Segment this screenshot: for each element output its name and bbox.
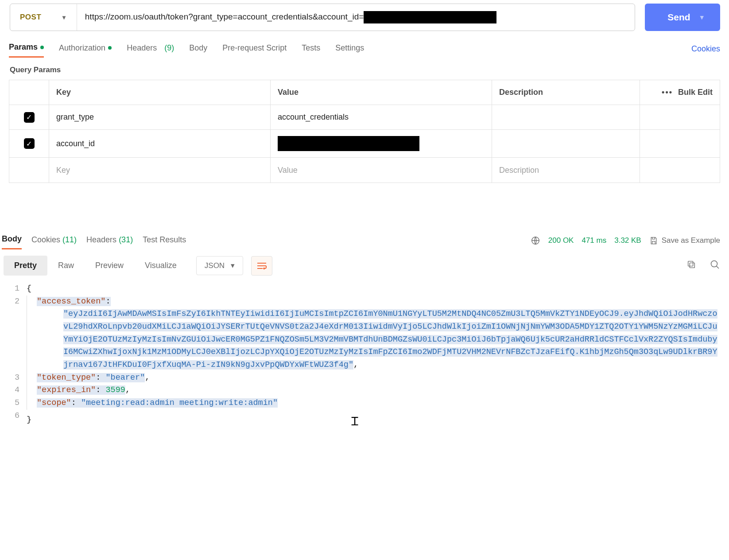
table-header-row: Key Value Description ••• Bulk Edit xyxy=(9,80,720,105)
cookies-link[interactable]: Cookies xyxy=(691,44,720,54)
url-box: POST ▾ https://zoom.us/oauth/token?grant… xyxy=(10,4,635,31)
response-meta-right: 200 OK 471 ms 3.32 KB Save as Example xyxy=(531,236,720,245)
tab-body[interactable]: Body xyxy=(189,41,207,57)
view-tab-raw[interactable]: Raw xyxy=(47,256,85,276)
response-tab-body[interactable]: Body xyxy=(2,232,22,249)
header-description: Description xyxy=(492,80,640,105)
wrap-lines-button[interactable] xyxy=(251,256,272,276)
param-desc-cell[interactable] xyxy=(492,105,640,129)
text-cursor-icon: Ꮖ xyxy=(351,413,359,431)
format-select-label: JSON xyxy=(205,261,225,270)
response-view-toolbar: Pretty Raw Preview Visualize JSON ▾ xyxy=(0,249,729,276)
response-time: 471 ms xyxy=(582,236,606,245)
tab-label: Body xyxy=(189,43,207,53)
line-number: 2 xyxy=(6,296,27,308)
line-number: 5 xyxy=(6,397,27,410)
header-actions: ••• Bulk Edit xyxy=(640,80,720,105)
network-icon[interactable] xyxy=(531,236,540,245)
query-params-table: Key Value Description ••• Bulk Edit ✓ gr… xyxy=(9,80,720,183)
tab-label: Pre-request Script xyxy=(222,43,287,53)
tab-authorization[interactable]: Authorization xyxy=(59,41,112,57)
json-key: "scope" xyxy=(37,398,71,408)
param-key-cell[interactable]: grant_type xyxy=(49,105,271,129)
wrap-icon xyxy=(256,261,267,270)
send-button[interactable]: Send ▾ xyxy=(645,4,720,31)
tab-label: Headers xyxy=(127,43,157,53)
table-row: ✓ grant_type account_credentials xyxy=(9,105,720,130)
view-tab-visualize[interactable]: Visualize xyxy=(134,256,187,276)
json-number-value: 3599 xyxy=(105,385,125,395)
search-icon[interactable] xyxy=(710,259,720,272)
more-options-icon[interactable]: ••• xyxy=(662,88,673,97)
param-value-placeholder[interactable]: Value xyxy=(271,158,492,183)
tab-label: Authorization xyxy=(59,43,105,53)
response-size: 3.32 KB xyxy=(614,236,641,245)
copy-icon[interactable] xyxy=(686,260,696,272)
response-tab-test-results[interactable]: Test Results xyxy=(143,233,186,249)
param-desc-placeholder[interactable]: Description xyxy=(492,158,640,183)
row-checkbox[interactable]: ✓ xyxy=(24,112,35,123)
header-check xyxy=(9,80,49,105)
line-number: 1 xyxy=(6,283,27,296)
table-row-placeholder[interactable]: Key Value Description xyxy=(9,158,720,183)
tab-params[interactable]: Params xyxy=(9,40,44,58)
row-actions xyxy=(640,130,720,157)
chevron-down-icon[interactable]: ▾ xyxy=(700,13,704,21)
svg-rect-4 xyxy=(690,263,694,268)
response-format-select[interactable]: JSON ▾ xyxy=(196,256,243,275)
header-value: Value xyxy=(271,80,492,105)
query-params-heading: Query Params xyxy=(0,58,729,80)
table-row: ✓ account_id xyxy=(9,130,720,158)
save-icon xyxy=(649,236,658,245)
tab-label: Tests xyxy=(302,43,320,53)
url-redacted-segment xyxy=(364,11,496,23)
request-tabs: Params Authorization Headers (9) Body Pr… xyxy=(0,40,729,58)
http-method-label: POST xyxy=(20,13,41,22)
tab-pre-request-script[interactable]: Pre-request Script xyxy=(222,41,287,57)
response-tab-cookies[interactable]: Cookies (11) xyxy=(31,233,77,249)
tab-tests[interactable]: Tests xyxy=(302,41,320,57)
line-number: 6 xyxy=(6,410,27,423)
send-button-label: Send xyxy=(667,12,690,23)
row-actions xyxy=(640,105,720,129)
json-key: "access_token" xyxy=(37,297,105,306)
svg-rect-5 xyxy=(688,261,693,266)
param-key-placeholder[interactable]: Key xyxy=(49,158,271,183)
request-url-text: https://zoom.us/oauth/token?grant_type=a… xyxy=(85,11,497,23)
row-checkbox[interactable]: ✓ xyxy=(24,138,35,149)
response-tab-headers[interactable]: Headers (31) xyxy=(86,233,133,249)
line-number: 4 xyxy=(6,384,27,397)
bulk-edit-button[interactable]: Bulk Edit xyxy=(678,88,713,97)
view-tab-preview[interactable]: Preview xyxy=(85,256,134,276)
active-dot-icon xyxy=(40,46,44,49)
response-tabs: Body Cookies (11) Headers (31) Test Resu… xyxy=(0,183,729,249)
svg-point-6 xyxy=(711,261,717,267)
tab-label: Params xyxy=(9,43,38,52)
tab-settings[interactable]: Settings xyxy=(335,41,364,57)
save-as-example-button[interactable]: Save as Example xyxy=(649,236,720,245)
param-value-cell[interactable]: account_credentials xyxy=(271,105,492,129)
svg-line-7 xyxy=(717,266,719,269)
param-value-cell[interactable] xyxy=(271,130,492,157)
view-tab-pretty[interactable]: Pretty xyxy=(4,256,47,276)
chevron-down-icon: ▾ xyxy=(231,261,235,270)
request-url-input[interactable]: https://zoom.us/oauth/token?grant_type=a… xyxy=(77,4,635,31)
active-dot-icon xyxy=(108,46,112,50)
response-status: 200 OK xyxy=(548,236,574,245)
param-key-cell[interactable]: account_id xyxy=(49,130,271,157)
json-string-value: "meeting:read:admin meeting:write:admin" xyxy=(81,398,278,408)
json-key: "expires_in" xyxy=(37,385,96,395)
line-number: 3 xyxy=(6,372,27,385)
param-desc-cell[interactable] xyxy=(492,130,640,157)
header-key: Key xyxy=(49,80,271,105)
json-string-value: "eyJzdiI6IjAwMDAwMSIsImFsZyI6IkhTNTEyIiw… xyxy=(63,309,717,369)
response-json-viewer[interactable]: 1{ 2 "access_token":"eyJzdiI6IjAwMDAwMSI… xyxy=(0,276,729,428)
json-key: "token_type" xyxy=(37,373,96,382)
chevron-down-icon: ▾ xyxy=(62,14,66,21)
http-method-select[interactable]: POST ▾ xyxy=(10,4,77,31)
tab-headers[interactable]: Headers (9) xyxy=(127,41,174,57)
json-string-value: "bearer" xyxy=(105,373,145,382)
value-redacted xyxy=(278,136,419,151)
tab-count: (9) xyxy=(164,43,174,53)
tab-label: Settings xyxy=(335,43,364,53)
